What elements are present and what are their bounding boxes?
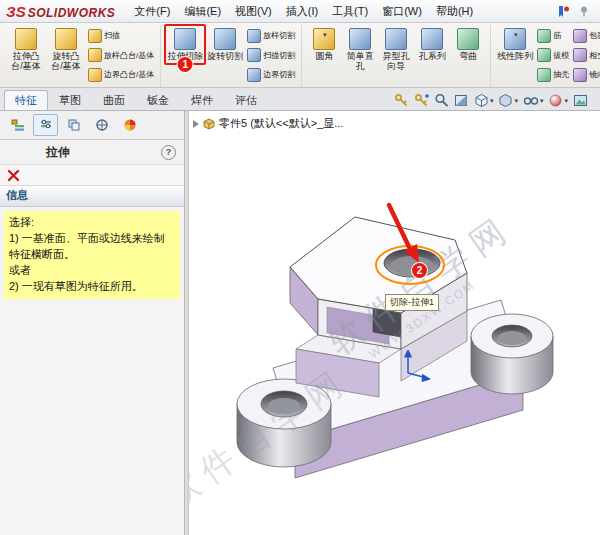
tab-weldments[interactable]: 焊件 (180, 90, 224, 110)
hole-series-button[interactable]: 孔系列 (415, 26, 449, 63)
draft-button[interactable]: 拔模 (536, 47, 570, 64)
model-viewport[interactable]: 软件自学网 WWW.3DXW.COM 软件自学网 (189, 111, 600, 535)
tab-sketch[interactable]: 草图 (48, 90, 92, 110)
sw-resources-icon[interactable] (557, 5, 570, 18)
sweep-cut-button[interactable]: 扫描切割 (246, 47, 296, 64)
menu-window[interactable]: 窗口(W) (375, 2, 429, 21)
wrap-button[interactable]: 包覆 (572, 27, 600, 44)
intersect-icon (573, 48, 587, 62)
feature-tooltip: 切除-拉伸1 (385, 294, 439, 311)
key-plus-icon[interactable] (414, 93, 429, 108)
ribbon-group-cut: 拉伸切除 1 旋转切割 放样切割 扫描切割 边界切割 (161, 25, 302, 87)
tab-surfaces[interactable]: 曲面 (92, 90, 136, 110)
message-section-header[interactable]: 信息 (0, 186, 184, 207)
extrude-boss-button[interactable]: 拉伸凸台/基体 (7, 26, 45, 74)
shell-button[interactable]: 抽壳 (536, 66, 570, 83)
right-lug-hole-bottom (498, 331, 526, 345)
pin-icon[interactable] (578, 5, 590, 17)
key-icon[interactable] (394, 93, 409, 108)
loft-boss-button[interactable]: 放样凸台/基体 (87, 47, 155, 64)
configuration-manager-tab[interactable] (61, 114, 86, 136)
boundary-cut-label: 边界切割 (263, 69, 295, 80)
sweep-button[interactable]: 扫描 (87, 27, 155, 44)
flex-button[interactable]: 弯曲 (451, 26, 485, 63)
display-manager-tab[interactable] (117, 114, 142, 136)
hide-show-items-icon[interactable] (523, 93, 544, 108)
extrude-boss-icon (15, 28, 37, 50)
simple-hole-button[interactable]: 简单直孔 (343, 26, 377, 74)
ribbon-group-boss: 拉伸凸台/基体 旋转凸台/基体 扫描 放样凸台/基体 边界凸台/基体 (2, 25, 161, 87)
callout-step-2-badge: 2 (412, 263, 427, 278)
manager-tab-strip (0, 111, 184, 140)
callout-step-1-badge: 1 (178, 57, 193, 72)
property-manager-panel: 拉伸 ? 信息 选择: 1) 一基准面、平面或边线来绘制特征横断面。 或者 2)… (0, 111, 185, 535)
menu-view[interactable]: 视图(V) (228, 2, 279, 21)
mirror-button[interactable]: 镜向 (572, 66, 600, 83)
flex-icon (457, 28, 479, 50)
menu-tools[interactable]: 工具(T) (325, 2, 375, 21)
tree-flyout-arrow-icon[interactable] (193, 120, 199, 128)
hole-wizard-label: 异型孔向导 (379, 51, 413, 72)
section-view-icon[interactable] (454, 93, 469, 108)
loft-boss-icon (88, 48, 102, 62)
ribbon-group-holes: 圆角 简单直孔 异型孔向导 孔系列 弯曲 (302, 25, 491, 87)
display-style-icon[interactable] (498, 93, 518, 108)
tab-evaluate[interactable]: 评估 (224, 90, 268, 110)
tab-features[interactable]: 特征 (4, 90, 48, 110)
revolve-boss-icon (55, 28, 77, 50)
rib-label: 筋 (553, 30, 561, 41)
property-title: 拉伸 (46, 144, 70, 161)
linear-pattern-button[interactable]: 线性阵列 (496, 26, 534, 63)
zoom-fit-icon[interactable] (434, 93, 449, 108)
revolve-cut-button[interactable]: 旋转切割 (206, 26, 244, 63)
hole-series-label: 孔系列 (419, 51, 446, 61)
hole-wizard-button[interactable]: 异型孔向导 (379, 26, 413, 74)
menu-file[interactable]: 文件(F) (127, 2, 177, 21)
fillet-label: 圆角 (315, 51, 333, 61)
dimxpert-manager-tab[interactable] (89, 114, 114, 136)
wrap-label: 包覆 (589, 30, 600, 41)
rib-button[interactable]: 筋 (536, 27, 570, 44)
graphics-area[interactable]: 零件5 (默认<<默认>_显... (189, 111, 600, 535)
heads-up-toolbar (394, 93, 596, 110)
menu-insert[interactable]: 插入(I) (279, 2, 325, 21)
hole-series-icon (421, 28, 443, 50)
property-manager-tab[interactable] (33, 114, 58, 136)
apply-scene-icon[interactable] (573, 93, 588, 108)
simple-hole-label: 简单直孔 (343, 51, 377, 72)
extrude-cut-icon (174, 28, 196, 50)
feature-stack-2: 包覆 相交 镜向 (572, 26, 600, 84)
sweep-label: 扫描 (104, 30, 120, 41)
ribbon-group-pattern: 线性阵列 筋 拔模 抽壳 包覆 相交 (491, 25, 600, 87)
tab-sheet-metal[interactable]: 钣金 (136, 90, 180, 110)
message-line: 选择: (9, 215, 175, 231)
menubar-right-icons (557, 5, 594, 18)
loft-cut-button[interactable]: 放样切割 (246, 27, 296, 44)
linear-pattern-label: 线性阵列 (497, 51, 533, 61)
message-box: 选择: 1) 一基准面、平面或边线来绘制特征横断面。 或者 2) 一现有草图为特… (4, 211, 180, 299)
boundary-boss-icon (88, 68, 102, 82)
fillet-button[interactable]: 圆角 (307, 26, 341, 63)
menu-edit[interactable]: 编辑(E) (177, 2, 228, 21)
property-title-row: 拉伸 ? (0, 140, 184, 165)
solidworks-logo: ЗS SOLIDWORKS (6, 3, 115, 20)
revolve-boss-button[interactable]: 旋转凸台/基体 (47, 26, 85, 74)
property-buttons-row (0, 165, 184, 186)
solidworks-window: { "colors": { "accent_red": "#e31b12", "… (0, 0, 600, 535)
menu-help[interactable]: 帮助(H) (429, 2, 480, 21)
linear-pattern-icon (504, 28, 526, 50)
boundary-cut-button[interactable]: 边界切割 (246, 66, 296, 83)
tree-part-label[interactable]: 零件5 (默认<<默认>_显... (219, 116, 343, 131)
intersect-label: 相交 (589, 50, 600, 61)
loft-cut-label: 放样切割 (263, 30, 295, 41)
cancel-button[interactable] (7, 169, 20, 182)
view-orientation-icon[interactable] (474, 93, 494, 108)
boundary-boss-button[interactable]: 边界凸台/基体 (87, 66, 155, 83)
help-icon[interactable]: ? (161, 145, 176, 160)
main-content: 拉伸 ? 信息 选择: 1) 一基准面、平面或边线来绘制特征横断面。 或者 2)… (0, 111, 600, 535)
feature-tree-tab[interactable] (5, 114, 30, 136)
intersect-button[interactable]: 相交 (572, 47, 600, 64)
loft-cut-icon (247, 29, 261, 43)
simple-hole-icon (349, 28, 371, 50)
edit-appearance-icon[interactable] (548, 93, 568, 108)
